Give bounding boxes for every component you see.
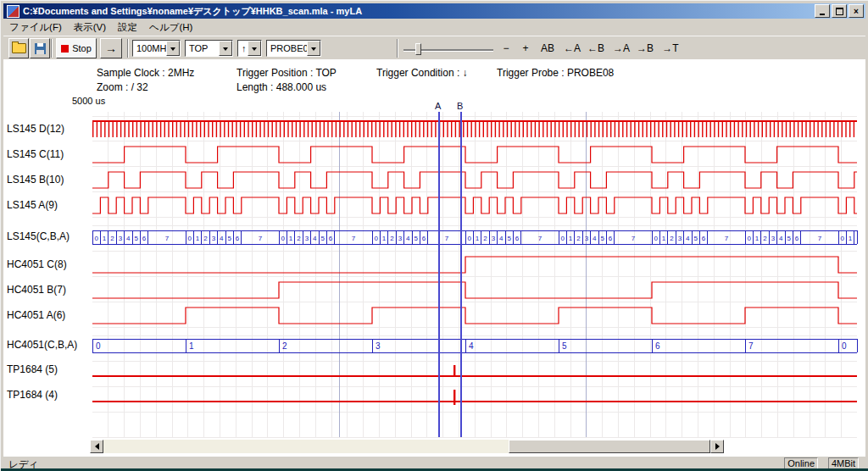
horizontal-scrollbar[interactable] (90, 440, 724, 453)
stop-label: Stop (72, 43, 92, 53)
scrollbar-right-button[interactable] (710, 440, 724, 453)
menu-item[interactable]: ファイル(F) (3, 19, 68, 36)
channel-label: LS145 A(9) (7, 199, 90, 212)
channel-label: LS145 B(10) (7, 174, 90, 186)
trigger-edge-select[interactable]: ↑ (237, 40, 262, 57)
zoom-out-button[interactable]: − (498, 40, 515, 57)
goto-trigger-button[interactable]: →T (659, 40, 682, 57)
channel-label: HC4051 B(7) (7, 284, 90, 296)
chevron-down-icon[interactable] (219, 41, 232, 56)
close-button[interactable]: × (849, 4, 864, 18)
open-folder-icon (12, 43, 26, 53)
goto-a-left-button[interactable]: ←A (561, 40, 583, 57)
minimize-icon (820, 14, 825, 15)
channel-label: LS145 C(11) (7, 148, 90, 161)
clock-select[interactable]: 100MHz (132, 40, 181, 57)
channel-label: TP1684 (5) (7, 363, 90, 376)
maximize-icon (836, 8, 843, 15)
sample-clock-info: Sample Clock : 2MHz (97, 67, 194, 79)
chevron-down-icon[interactable] (248, 41, 261, 56)
scroll-left-icon (92, 443, 99, 450)
app-icon (7, 5, 19, 18)
cursor-b-label[interactable]: B (457, 101, 463, 111)
window-title: C:¥Documents and Settings¥noname¥デスクトップ¥… (23, 5, 813, 18)
probe-select[interactable]: PROBE00 (266, 40, 321, 57)
toolbar-separator (127, 39, 129, 58)
run-button[interactable]: → (100, 38, 122, 58)
window-controls: × (813, 4, 864, 18)
zoom-in-button[interactable]: + (517, 40, 534, 57)
cursor-a-label[interactable]: A (435, 101, 441, 111)
toolbar-separator (51, 39, 53, 58)
menu-item[interactable]: 設定 (112, 19, 143, 36)
trigger-edge-value: ↑ (242, 43, 247, 53)
channel-label: HC4051 A(6) (7, 309, 90, 322)
zoom-info: Zoom : / 32 (97, 81, 148, 93)
goto-b-right-button[interactable]: →B (634, 40, 656, 57)
zoom-slider-thumb[interactable] (415, 43, 421, 55)
chevron-down-icon[interactable] (166, 41, 180, 56)
length-info: Length : 488.000 us (236, 81, 326, 93)
ab-button[interactable]: AB (537, 40, 559, 57)
trigger-condition-info: Trigger Condition : ↓ (376, 67, 468, 79)
time-division-label: 5000 us (72, 96, 105, 106)
scrollbar-left-button[interactable] (90, 440, 103, 453)
maximize-button[interactable] (832, 4, 847, 18)
minimize-button[interactable] (815, 4, 830, 18)
trigger-position-select[interactable]: TOP (185, 40, 233, 57)
channel-label: TP1684 (4) (7, 389, 90, 402)
trigger-position-info: Trigger Position : TOP (236, 67, 337, 79)
channel-label: HC4051 C(8) (7, 258, 90, 271)
channel-label: LS145 D(12) (7, 123, 90, 136)
chevron-down-icon[interactable] (307, 41, 320, 56)
scroll-right-icon (715, 443, 723, 450)
toolbar-separator (397, 39, 398, 58)
goto-b-left-button[interactable]: ←B (585, 40, 607, 57)
trigger-probe-info: Trigger Probe : PROBE08 (497, 67, 614, 79)
title-bar[interactable]: C:¥Documents and Settings¥noname¥デスクトップ¥… (3, 3, 865, 19)
stop-button[interactable]: Stop (56, 38, 97, 58)
toolbar: Stop → 100MHz TOP ↑ PROBE00 − + AB ←A ←B… (3, 36, 865, 61)
open-button[interactable] (8, 38, 29, 58)
menu-bar: ファイル(F)表示(V)設定ヘルプ(H) (3, 19, 865, 36)
save-button[interactable] (30, 38, 50, 58)
channel-label: HC4051(C,B,A) (7, 339, 90, 352)
save-icon (35, 43, 46, 54)
menu-item[interactable]: 表示(V) (68, 19, 112, 36)
goto-a-right-button[interactable]: →A (610, 40, 632, 57)
waveform-client-area (3, 59, 865, 456)
zoom-slider[interactable] (403, 47, 493, 58)
scrollbar-thumb[interactable] (509, 440, 710, 453)
scrollbar-track[interactable] (103, 440, 710, 453)
application-window: C:¥Documents and Settings¥noname¥デスクトップ¥… (0, 0, 868, 471)
trigger-position-value: TOP (189, 43, 208, 53)
channel-label: LS145(C,B,A) (7, 230, 90, 243)
menu-item[interactable]: ヘルプ(H) (143, 19, 198, 36)
stop-icon (61, 45, 69, 53)
